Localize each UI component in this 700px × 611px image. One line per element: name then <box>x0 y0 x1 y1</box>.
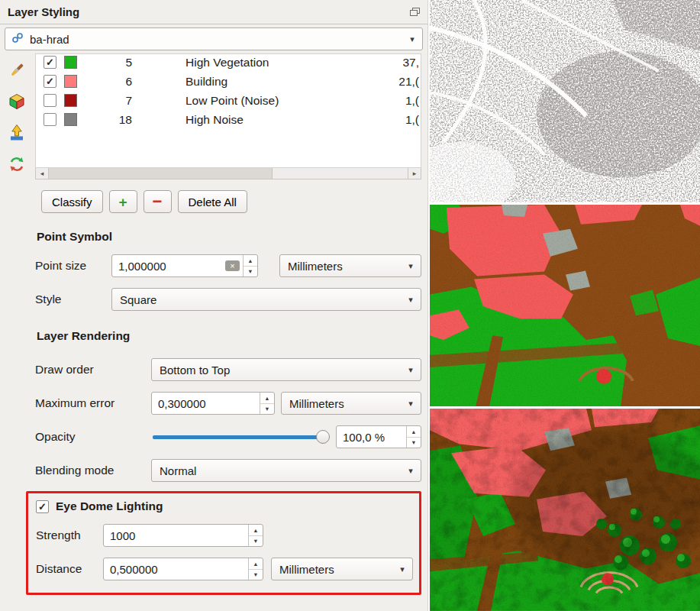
spin-up-icon[interactable]: ▴ <box>260 393 274 403</box>
layer-styling-panel: Layer Styling ba-hrad ▾ <box>0 0 428 611</box>
unit-value: Millimeters <box>289 397 344 410</box>
chevron-down-icon: ▾ <box>401 295 421 305</box>
max-error-row: Maximum error 0,300000 ▴▾ Millimeters ▾ <box>35 392 421 415</box>
preview-classification-flat[interactable] <box>430 205 700 407</box>
opacity-slider[interactable] <box>151 425 330 448</box>
point-size-unit-select[interactable]: Millimeters ▾ <box>279 254 421 277</box>
check-icon: ✓ <box>46 57 54 67</box>
class-value: 5 <box>77 56 132 70</box>
class-color-swatch[interactable] <box>64 75 77 88</box>
max-error-value[interactable]: 0,300000 <box>152 397 260 410</box>
max-error-unit-select[interactable]: Millimeters ▾ <box>281 392 421 415</box>
strength-input[interactable]: 1000 ▴▾ <box>103 524 263 547</box>
class-visibility-checkbox[interactable]: ✓ <box>44 94 56 107</box>
3d-view-cube-icon[interactable] <box>5 91 28 112</box>
spin-up-icon[interactable]: ▴ <box>249 558 263 569</box>
class-color-swatch[interactable] <box>64 113 77 126</box>
layer-selector[interactable]: ba-hrad ▾ <box>5 27 423 50</box>
edl-checkbox[interactable]: ✓ <box>36 500 49 513</box>
opacity-input[interactable]: 100,0 % ▴▾ <box>336 425 421 448</box>
undock-icon[interactable] <box>410 8 420 17</box>
point-size-input[interactable]: 1,000000 × ▴▾ <box>111 254 258 277</box>
clear-icon[interactable]: × <box>225 260 240 271</box>
table-row[interactable]: ✓ 5 High Vegetation 37, <box>36 53 421 72</box>
table-row[interactable]: ✓ 7 Low Point (Noise) 1,( <box>36 91 421 110</box>
preview-pointcloud-grayscale[interactable] <box>430 0 700 202</box>
add-class-button[interactable]: + <box>109 190 137 213</box>
opacity-value[interactable]: 100,0 % <box>337 431 406 444</box>
scroll-left-icon[interactable]: ◂ <box>36 168 49 179</box>
spin-down-icon[interactable]: ▾ <box>260 403 274 415</box>
chevron-down-icon: ▾ <box>392 564 412 574</box>
qgis-window: Layer Styling ba-hrad ▾ <box>0 0 700 611</box>
edl-title: Eye Dome Lighting <box>56 499 163 513</box>
classification-table[interactable]: ✓ 5 High Vegetation 37, ✓ 6 Building 21,… <box>35 53 421 168</box>
draw-order-select[interactable]: Bottom to Top ▾ <box>151 358 421 381</box>
spin-up-icon[interactable]: ▴ <box>407 426 421 437</box>
blending-row: Blending mode Normal ▾ <box>35 459 421 482</box>
max-error-label: Maximum error <box>35 396 151 410</box>
strength-label: Strength <box>36 529 103 542</box>
spin-down-icon[interactable]: ▾ <box>407 437 421 448</box>
chevron-down-icon: ▾ <box>402 34 422 44</box>
style-select[interactable]: Square ▾ <box>111 288 421 311</box>
strength-stepper[interactable]: ▴▾ <box>248 525 263 546</box>
style-value: Square <box>120 293 156 306</box>
max-error-stepper[interactable]: ▴▾ <box>260 393 274 414</box>
opacity-stepper[interactable]: ▴▾ <box>406 426 421 448</box>
slider-handle[interactable] <box>316 430 330 444</box>
panel-titlebar: Layer Styling <box>0 0 427 24</box>
point-size-value[interactable]: 1,000000 <box>112 260 225 273</box>
delete-all-button[interactable]: Delete All <box>178 190 247 213</box>
minus-icon: − <box>153 193 163 210</box>
class-visibility-checkbox[interactable]: ✓ <box>44 113 56 126</box>
opacity-row: Opacity 100,0 % ▴▾ <box>35 425 421 448</box>
class-value: 18 <box>77 113 132 127</box>
horizontal-scrollbar[interactable]: ◂ ▸ <box>35 168 421 179</box>
point-size-row: Point size 1,000000 × ▴▾ Millimeters ▾ <box>35 254 421 277</box>
point-size-stepper[interactable]: ▴▾ <box>243 255 257 276</box>
classify-button[interactable]: Classify <box>41 190 103 213</box>
remove-class-button[interactable]: − <box>144 190 172 213</box>
chevron-down-icon: ▾ <box>401 261 421 271</box>
spin-down-icon[interactable]: ▾ <box>249 569 263 580</box>
strength-value[interactable]: 1000 <box>104 529 248 542</box>
point-symbol-heading: Point Symbol <box>37 230 421 244</box>
draw-order-row: Draw order Bottom to Top ▾ <box>35 358 421 381</box>
edl-header: ✓ Eye Dome Lighting <box>36 499 413 513</box>
table-row[interactable]: ✓ 18 High Noise 1,( <box>36 110 421 129</box>
layer-selector-row: ba-hrad ▾ <box>0 24 427 53</box>
style-history-icon[interactable] <box>5 154 28 175</box>
chevron-down-icon: ▾ <box>401 399 421 409</box>
elevation-arrow-icon[interactable] <box>5 122 28 144</box>
check-icon: ✓ <box>46 76 54 86</box>
spin-up-icon[interactable]: ▴ <box>244 255 257 266</box>
scrollbar-thumb[interactable] <box>49 168 273 179</box>
blending-value: Normal <box>160 464 196 477</box>
class-visibility-checkbox[interactable]: ✓ <box>44 75 56 88</box>
symbology-brush-icon[interactable] <box>5 60 28 81</box>
chevron-down-icon: ▾ <box>401 365 421 375</box>
scroll-right-icon[interactable]: ▸ <box>408 168 421 179</box>
distance-stepper[interactable]: ▴▾ <box>248 558 263 580</box>
preview-classification-edl[interactable] <box>430 409 700 611</box>
class-color-swatch[interactable] <box>64 56 77 69</box>
class-label: High Vegetation <box>185 56 269 70</box>
blending-select[interactable]: Normal ▾ <box>151 459 421 482</box>
class-visibility-checkbox[interactable]: ✓ <box>44 56 56 69</box>
table-row[interactable]: ✓ 6 Building 21,( <box>36 72 421 91</box>
draw-order-value: Bottom to Top <box>160 364 230 377</box>
spin-down-icon[interactable]: ▾ <box>249 535 263 547</box>
layer-name: ba-hrad <box>30 33 69 46</box>
distance-unit-select[interactable]: Millimeters ▾ <box>271 558 413 580</box>
chevron-down-icon: ▾ <box>401 466 421 476</box>
class-color-swatch[interactable] <box>64 94 77 107</box>
opacity-label: Opacity <box>35 430 151 444</box>
spin-down-icon[interactable]: ▾ <box>244 266 257 277</box>
draw-order-label: Draw order <box>35 363 151 377</box>
max-error-input[interactable]: 0,300000 ▴▾ <box>151 392 275 415</box>
layer-rendering-heading: Layer Rendering <box>37 329 421 343</box>
distance-input[interactable]: 0,500000 ▴▾ <box>103 558 263 580</box>
spin-up-icon[interactable]: ▴ <box>249 525 263 535</box>
distance-value[interactable]: 0,500000 <box>104 563 248 576</box>
